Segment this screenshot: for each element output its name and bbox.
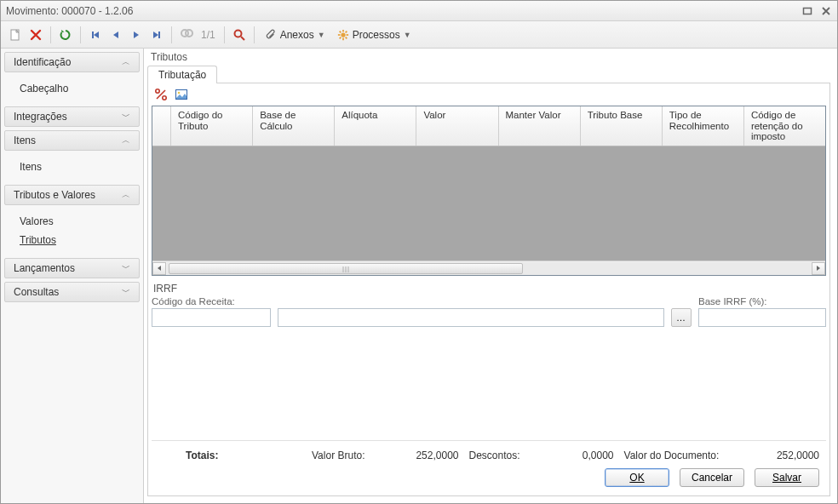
svg-point-18 [163,96,166,100]
horizontal-scrollbar[interactable] [152,261,825,275]
anexos-label: Anexos [280,29,314,41]
toolbar: 1/1 Anexos ▼ Processos ▼ [1,21,837,49]
sidebar-group-tributos-valores[interactable]: Tributos e Valores ︿ [4,185,140,205]
tab-panel: Código do Tributo Base de Cálculo Alíquo… [147,83,830,496]
separator [171,26,172,43]
separator [224,26,225,43]
sidebar-group-body: Valores Tributos [4,209,140,255]
tabstrip: Tributação [147,64,830,83]
totals-row: Totais: Valor Bruto: 252,0000 Descontos:… [158,446,819,468]
ok-button[interactable]: OK [605,468,669,487]
grid-body[interactable] [152,146,825,261]
search-icon[interactable] [177,26,196,44]
button-row: OK Cancelar Salvar [158,468,819,492]
column-header[interactable]: Base de Cálculo [253,106,335,146]
separator [50,26,51,43]
save-button[interactable]: Salvar [755,468,819,487]
sidebar-item-tributos[interactable]: Tributos [4,231,140,249]
picture-icon[interactable] [174,87,189,102]
processos-label: Processos [353,29,400,41]
grid: Código do Tributo Base de Cálculo Alíquo… [152,106,826,276]
zoom-icon[interactable] [230,26,249,44]
column-header[interactable]: Tributo Base [581,106,663,146]
processos-menu[interactable]: Processos ▼ [332,26,416,44]
sidebar-group-body: Itens [4,154,140,181]
main: Identificação ︿ Cabeçalho Integrações ﹀ … [1,49,837,503]
lookup-button[interactable]: … [671,308,692,327]
column-header[interactable]: Código do Tributo [171,106,253,146]
chevron-down-icon: ▼ [318,31,325,39]
svg-point-6 [234,30,241,37]
percent-icon[interactable] [153,87,169,102]
chevron-down-icon: ﹀ [122,286,130,298]
close-icon[interactable] [820,5,832,17]
prev-icon[interactable] [106,26,125,44]
pager-label: 1/1 [198,29,219,41]
chevron-down-icon: ▼ [404,31,411,39]
base-irrf-input[interactable] [698,308,826,327]
svg-rect-2 [92,32,94,38]
footer: Totais: Valor Bruto: 252,0000 Descontos:… [152,440,826,492]
chevron-up-icon: ︿ [122,56,130,68]
spacer-label [278,296,664,306]
sidebar: Identificação ︿ Cabeçalho Integrações ﹀ … [1,49,144,503]
svg-point-8 [341,32,345,37]
scroll-left-icon[interactable] [152,262,166,275]
section-irrf: IRRF [152,283,826,295]
chevron-down-icon: ﹀ [122,111,130,123]
row-selector-header[interactable] [152,106,171,146]
maximize-icon[interactable] [801,5,813,17]
sidebar-group-integracoes[interactable]: Integrações ﹀ [4,106,140,127]
sidebar-item-itens[interactable]: Itens [4,158,140,176]
next-icon[interactable] [127,26,146,44]
svg-line-19 [157,90,165,99]
first-icon[interactable] [86,26,105,44]
content: Tributos Tributação Código do Tributo Ba… [144,49,837,503]
ellipsis-icon: … [676,312,686,323]
anexos-menu[interactable]: Anexos ▼ [260,26,330,44]
column-header[interactable]: Valor [416,106,498,146]
descontos-value: 0,0000 [520,450,614,461]
codigo-receita-label: Código da Receita: [152,296,271,306]
last-icon[interactable] [147,26,166,44]
column-header[interactable]: Código de retenção do imposto [744,106,825,146]
valor-doc-label: Valor do Documento: [624,450,720,461]
lookup-input[interactable] [278,308,664,327]
chevron-down-icon: ﹀ [122,262,130,274]
irrf-form: Código da Receita: … Base IRRF (%): [152,296,826,327]
sidebar-group-title: Itens [14,135,36,146]
separator [80,26,81,43]
new-icon[interactable] [6,26,25,44]
sidebar-item-valores[interactable]: Valores [4,212,140,231]
refresh-icon[interactable] [56,26,75,44]
sidebar-item-cabecalho[interactable]: Cabeçalho [4,79,140,98]
scroll-thumb[interactable] [169,263,523,274]
tab-tributacao[interactable]: Tributação [147,66,217,83]
window-buttons [801,5,832,17]
sidebar-group-title: Tributos e Valores [14,189,95,201]
codigo-receita-input[interactable] [152,308,271,327]
svg-line-7 [241,37,244,40]
delete-icon[interactable] [26,26,45,44]
scroll-track[interactable] [167,262,811,275]
scroll-right-icon[interactable] [812,262,825,275]
sidebar-group-body: Cabeçalho [4,76,140,103]
sidebar-group-title: Identificação [14,56,71,68]
chevron-up-icon: ︿ [122,189,130,201]
sidebar-group-identificacao[interactable]: Identificação ︿ [4,52,140,72]
sidebar-group-title: Lançamentos [14,262,75,274]
sidebar-group-lancamentos[interactable]: Lançamentos ﹀ [4,258,140,278]
sidebar-group-consultas[interactable]: Consultas ﹀ [4,282,140,302]
column-header[interactable]: Tipo de Recolhimento [663,106,744,146]
separator [254,26,255,43]
valor-doc-value: 252,0000 [719,450,819,461]
sidebar-group-title: Consultas [14,286,59,298]
svg-point-21 [178,92,181,94]
sidebar-group-itens[interactable]: Itens ︿ [4,130,140,151]
totais-label: Totais: [158,450,261,461]
valor-bruto-label: Valor Bruto: [312,450,364,461]
column-header[interactable]: Manter Valor [499,106,581,146]
svg-line-14 [345,37,347,38]
cancel-button[interactable]: Cancelar [680,468,744,487]
column-header[interactable]: Alíquota [335,106,416,146]
